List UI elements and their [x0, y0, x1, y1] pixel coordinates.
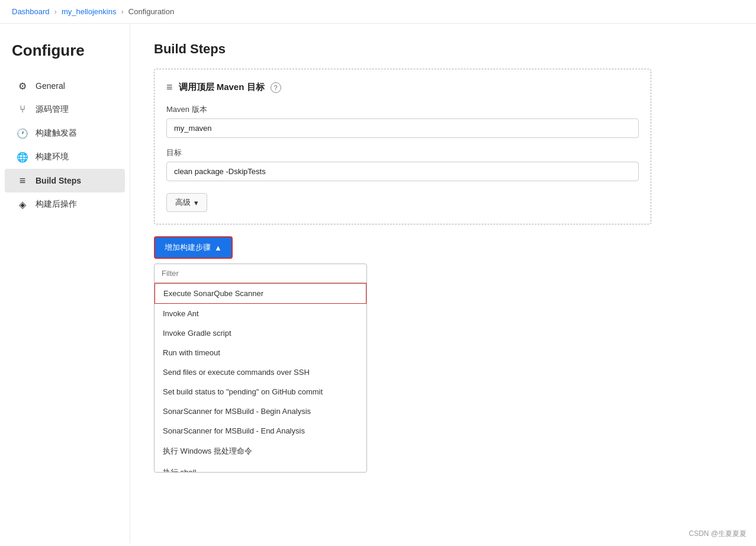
- dropdown-item[interactable]: Set build status to "pending" on GitHub …: [155, 382, 366, 402]
- dropdown-container: Execute SonarQube ScannerInvoke AntInvok…: [154, 264, 367, 473]
- dropdown-item[interactable]: Invoke Gradle script: [155, 323, 366, 343]
- sidebar-item-triggers-label: 构建触发器: [36, 128, 77, 139]
- breadcrumb-sep-1: ›: [54, 7, 57, 16]
- dropdown-list: Execute SonarQube ScannerInvoke AntInvok…: [154, 283, 367, 473]
- clock-icon: 🕐: [17, 127, 28, 139]
- build-step-card: ≡ 调用顶层 Maven 目标 ? Maven 版本 目标 高级 ▾: [154, 69, 651, 224]
- main-content: Build Steps ≡ 调用顶层 Maven 目标 ? Maven 版本 目…: [130, 24, 756, 543]
- dropdown-item[interactable]: Invoke Ant: [155, 304, 366, 323]
- add-step-label: 增加构建步骤: [165, 242, 211, 253]
- dropdown-item[interactable]: SonarScanner for MSBuild - End Analysis: [155, 421, 366, 441]
- dropdown-item[interactable]: 执行 Windows 批处理命令: [155, 441, 366, 462]
- breadcrumb: Dashboard › my_hellojenkins › Configurat…: [0, 0, 756, 24]
- sidebar: Configure ⚙ General ⑂ 源码管理 🕐 构建触发器 🌐 构建环…: [0, 24, 130, 543]
- list-icon: ≡: [17, 175, 28, 187]
- caret-icon: ▲: [214, 243, 222, 252]
- chevron-down-icon: ▾: [194, 198, 198, 207]
- main-layout: Configure ⚙ General ⑂ 源码管理 🕐 构建触发器 🌐 构建环…: [0, 24, 756, 543]
- drag-handle-icon[interactable]: ≡: [166, 81, 173, 94]
- breadcrumb-current: Configuration: [128, 7, 174, 16]
- advanced-label: 高级: [175, 197, 191, 208]
- sidebar-item-env-label: 构建环境: [36, 152, 69, 162]
- globe-icon: 🌐: [17, 151, 28, 163]
- sidebar-item-general-label: General: [36, 81, 65, 91]
- target-group: 目标: [166, 147, 639, 181]
- dropdown-item[interactable]: SonarScanner for MSBuild - Begin Analysi…: [155, 402, 366, 421]
- sidebar-item-post-build-label: 构建后操作: [36, 199, 77, 210]
- gear-icon: ⚙: [17, 80, 28, 92]
- sidebar-item-source-label: 源码管理: [36, 104, 69, 115]
- sidebar-item-source[interactable]: ⑂ 源码管理: [5, 98, 125, 121]
- card-title: 调用顶层 Maven 目标: [179, 82, 265, 93]
- advanced-button[interactable]: 高级 ▾: [166, 193, 207, 212]
- sidebar-item-post-build[interactable]: ◈ 构建后操作: [5, 192, 125, 216]
- breadcrumb-project[interactable]: my_hellojenkins: [62, 7, 117, 16]
- card-header: ≡ 调用顶层 Maven 目标 ?: [166, 81, 639, 94]
- sidebar-item-general[interactable]: ⚙ General: [5, 74, 125, 98]
- target-label: 目标: [166, 147, 639, 158]
- maven-version-group: Maven 版本: [166, 104, 639, 138]
- sidebar-item-build-steps-label: Build Steps: [36, 176, 81, 185]
- maven-version-input[interactable]: [166, 118, 639, 138]
- page-title: Build Steps: [154, 41, 732, 57]
- dropdown-item[interactable]: Run with timeout: [155, 343, 366, 362]
- source-icon: ⑂: [17, 104, 28, 115]
- sidebar-item-triggers[interactable]: 🕐 构建触发器: [5, 121, 125, 145]
- sidebar-item-env[interactable]: 🌐 构建环境: [5, 145, 125, 169]
- dropdown-item[interactable]: 执行 shell: [155, 462, 366, 473]
- breadcrumb-dashboard[interactable]: Dashboard: [12, 7, 50, 16]
- watermark: CSDN @生夏夏夏: [689, 529, 747, 539]
- help-icon[interactable]: ?: [271, 82, 281, 93]
- sidebar-title: Configure: [0, 36, 130, 74]
- maven-version-label: Maven 版本: [166, 104, 639, 115]
- dropdown-item[interactable]: Execute SonarQube Scanner: [155, 283, 366, 304]
- cube-icon: ◈: [17, 198, 28, 210]
- sidebar-item-build-steps[interactable]: ≡ Build Steps: [5, 169, 125, 192]
- filter-input[interactable]: [154, 264, 367, 283]
- target-input[interactable]: [166, 162, 639, 181]
- dropdown-item[interactable]: Send files or execute commands over SSH: [155, 362, 366, 382]
- breadcrumb-sep-2: ›: [121, 7, 123, 16]
- add-build-step-button[interactable]: 增加构建步骤 ▲: [154, 236, 233, 259]
